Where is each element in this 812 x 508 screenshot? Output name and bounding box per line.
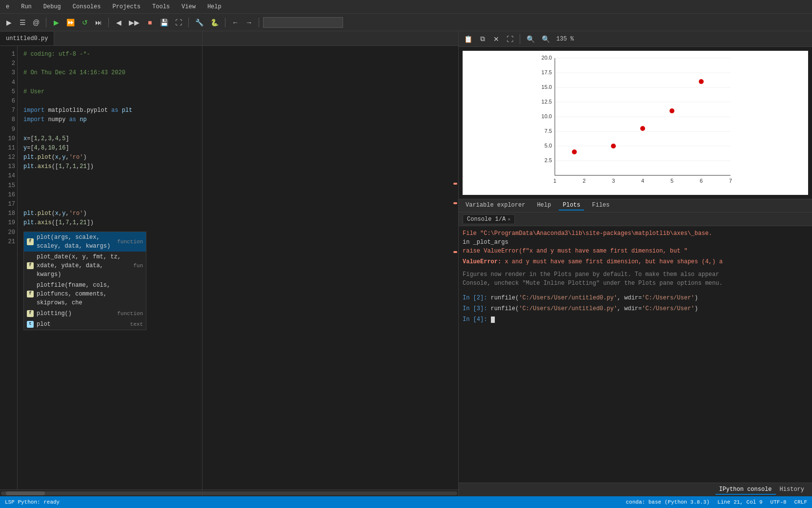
toolbar-save-btn[interactable]: 💾: [158, 16, 171, 29]
scrollbar-track-x: [1, 491, 457, 495]
menu-item-file[interactable]: e: [4, 2, 11, 11]
plots-zoom-in-btn[interactable]: 🔍: [539, 33, 552, 45]
svg-rect-0: [530, 51, 740, 195]
ac-icon-2: f: [27, 291, 34, 297]
console-line-in2: In [2]: runfile('C:/Users/User/untitled0…: [463, 294, 808, 302]
code-line-2: [23, 59, 452, 68]
svg-text:2: 2: [583, 178, 586, 184]
console-line-4: ValueError: x and y must have same first…: [463, 257, 808, 266]
plots-nav-btn[interactable]: 📋: [462, 33, 475, 45]
status-encoding-text: UTF-8: [771, 499, 787, 505]
console-line-in4: In [4]:: [463, 315, 808, 324]
plots-expand-btn[interactable]: ⛶: [504, 33, 516, 45]
code-line-11: y=[4,8,10,16]: [23, 144, 452, 153]
menu-item-debug[interactable]: Debug: [41, 2, 63, 11]
menu-item-tools[interactable]: Tools: [150, 2, 172, 11]
toolbar-restart-btn[interactable]: ↺: [79, 16, 91, 29]
line-num: 2: [2, 59, 15, 68]
ac-label-2: plotfile(fname, cols, plotfuncs, comment…: [37, 281, 120, 307]
ac-label-1: plot_date(x, y, fmt, tz, xdate, ydate, d…: [37, 253, 130, 279]
editor-pane: untitled0.py 1 2 3 4 5 6 7 8 9 10 11 12 …: [0, 31, 459, 496]
menu-item-projects[interactable]: Projects: [110, 2, 142, 11]
ac-item-1[interactable]: f plot_date(x, y, fmt, tz, xdate, ydate,…: [24, 252, 146, 280]
ac-type-4: text: [130, 320, 143, 329]
plots-zoom-out-btn[interactable]: 🔍: [524, 33, 537, 45]
toolbar-sep-4: [225, 18, 225, 27]
tab-help[interactable]: Help: [533, 201, 555, 211]
toolbar-sep-2: [108, 18, 109, 27]
ac-item-3[interactable]: f plotting() function: [24, 308, 146, 319]
right-panel-inner: 📋 ⧉ ✕ ⛶ 🔍 🔍 135 %: [459, 31, 812, 496]
toolbar-expand-btn[interactable]: ⛶: [173, 16, 184, 29]
tab-ipython-console[interactable]: IPython console: [715, 485, 776, 495]
code-area[interactable]: # coding: utf-8 -*- # On Thu Dec 24 14:1…: [18, 46, 458, 489]
toolbar-run-btn[interactable]: ▶: [3, 16, 15, 29]
toolbar-python-btn[interactable]: 🐍: [208, 16, 221, 29]
svg-text:3: 3: [612, 178, 615, 184]
ac-item-0[interactable]: f plot(args, scalex, scaley, data, kwarg…: [24, 232, 146, 252]
tab-files[interactable]: Files: [588, 201, 613, 211]
status-conda-text: conda: base (Python 3.8.3): [626, 499, 710, 505]
editor-split-line: [202, 31, 203, 496]
console-content[interactable]: File "C:\ProgramData\Anaconda3\lib\site-…: [459, 226, 812, 483]
svg-text:15.0: 15.0: [542, 84, 552, 90]
toolbar-arrow-right-btn[interactable]: →: [243, 16, 255, 29]
tab-variable-explorer[interactable]: Variable explorer: [462, 201, 529, 211]
toolbar-wrench-btn[interactable]: 🔧: [193, 16, 206, 29]
toolbar-step-btn[interactable]: ⏭: [93, 16, 104, 29]
plot-svg: 1 2 3 4 5 6 7 2.5 5.0: [463, 51, 808, 195]
plots-section: 📋 ⧉ ✕ ⛶ 🔍 🔍 135 %: [459, 31, 812, 212]
code-line-4: [23, 78, 452, 87]
menu-item-consoles[interactable]: Consoles: [71, 2, 103, 11]
svg-text:17.5: 17.5: [542, 69, 552, 75]
toolbar-path-input[interactable]: C:\Users\User: [263, 17, 343, 28]
toolbar-list-btn[interactable]: ☰: [17, 16, 28, 29]
menu-item-view[interactable]: View: [180, 2, 198, 11]
line-num: 1: [2, 50, 15, 59]
svg-text:10.0: 10.0: [542, 113, 552, 119]
line-num: 7: [2, 106, 15, 115]
code-line-9: [23, 125, 452, 134]
svg-text:20.0: 20.0: [542, 55, 552, 61]
autocomplete-dropdown[interactable]: f plot(args, scalex, scaley, data, kwarg…: [23, 232, 146, 330]
toolbar-back-btn[interactable]: ◀: [113, 16, 124, 29]
status-encoding: UTF-8: [771, 499, 787, 505]
console-tab-close[interactable]: ✕: [508, 216, 510, 222]
error-marker-2: [453, 202, 457, 204]
line-num: 5: [2, 87, 15, 97]
line-num: 19: [2, 218, 15, 228]
error-marker-3: [453, 251, 457, 253]
toolbar-stop-btn[interactable]: ■: [144, 16, 156, 29]
console-tab-active[interactable]: Console 1/A ✕: [463, 214, 515, 224]
toolbar-arrow-left-btn[interactable]: ←: [229, 16, 241, 29]
status-lsp-text: LSP Python: ready: [5, 499, 60, 505]
editor-tab-active[interactable]: untitled0.py: [0, 32, 54, 45]
code-line-8: import numpy as np: [23, 115, 452, 125]
tab-plots[interactable]: Plots: [559, 201, 584, 211]
ac-item-4[interactable]: t plot text: [24, 319, 146, 330]
editor-scrollbar-x[interactable]: [0, 489, 458, 496]
menu-item-run[interactable]: Run: [19, 2, 34, 11]
code-line-19: plt.axis([1,7,1,21]): [23, 218, 452, 228]
svg-text:12.5: 12.5: [542, 99, 552, 105]
main-layout: untitled0.py 1 2 3 4 5 6 7 8 9 10 11 12 …: [0, 31, 812, 496]
plots-copy-btn[interactable]: ⧉: [477, 33, 488, 45]
code-line-15: [23, 181, 452, 190]
plots-sep: [520, 34, 520, 44]
menu-item-help[interactable]: Help: [205, 2, 223, 11]
plots-close-btn[interactable]: ✕: [490, 33, 502, 45]
line-num: 10: [2, 134, 15, 144]
toolbar-forward-btn[interactable]: ▶▶: [126, 16, 142, 29]
toolbar-at-btn[interactable]: @: [30, 16, 42, 29]
toolbar-debug-run-btn[interactable]: ⏩: [64, 16, 77, 29]
ac-label-4: plot: [37, 320, 127, 329]
svg-point-28: [611, 144, 616, 148]
line-num: 20: [2, 228, 15, 237]
tab-history[interactable]: History: [776, 485, 808, 495]
error-marker-1: [453, 183, 457, 185]
ac-type-3: function: [117, 310, 143, 318]
toolbar-play-btn[interactable]: ▶: [50, 16, 62, 29]
plot-area: 1 2 3 4 5 6 7 2.5 5.0: [463, 51, 808, 195]
ac-item-2[interactable]: f plotfile(fname, cols, plotfuncs, comme…: [24, 280, 146, 308]
status-line-ending: CRLF: [794, 499, 807, 505]
